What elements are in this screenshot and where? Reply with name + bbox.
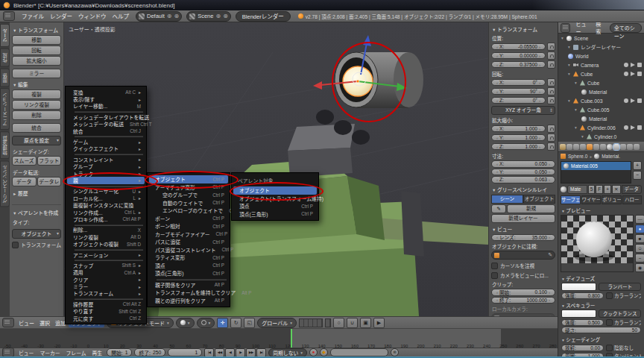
preview-monkey-button[interactable]: ☺ <box>635 244 644 253</box>
menu-item[interactable]: 元に戻す Ctrl Z <box>66 315 146 321</box>
diffuse-panel-header[interactable]: ディフューズ <box>561 274 644 282</box>
operator-panel-header[interactable]: ペアレントを作成 <box>13 209 61 216</box>
menu-item[interactable]: 自動のウェイトで Ctrl P <box>148 199 230 207</box>
scale-field[interactable]: Y:1.000 <box>491 134 546 142</box>
gp-scene-button[interactable]: シーン <box>491 195 523 204</box>
menu-item[interactable]: 親との逆行列をクリア Alt P <box>148 297 230 305</box>
menu-item[interactable]: 操作履歴 Ctrl Alt Z <box>66 301 146 307</box>
outliner-row[interactable]: ▾ Cylinder.0 <box>558 132 644 141</box>
lock-icon[interactable] <box>547 60 555 69</box>
toolshelf-tab[interactable]: 作成 <box>0 48 10 67</box>
scale-field[interactable]: X:1.000 <box>491 125 546 133</box>
timeline-menu-item[interactable]: 再生 <box>90 349 105 357</box>
outliner-row[interactable]: ▾ Cube <box>558 69 644 78</box>
new-material-button[interactable]: + <box>604 185 611 194</box>
tool-button[interactable]: 拡大縮小 <box>12 56 61 66</box>
visibility-icon[interactable] <box>624 98 628 103</box>
lock-camera-checkbox[interactable] <box>491 272 498 279</box>
menu-item[interactable]: オブジェクト Ctrl P <box>149 175 228 183</box>
outliner-row[interactable]: ▾ Cylinder.006 <box>558 123 644 132</box>
visibility-icon[interactable] <box>624 72 628 76</box>
toolshelf-tab[interactable]: グリースペンシル <box>0 160 10 207</box>
texture-icon[interactable] <box>620 144 626 150</box>
preview-flat-button[interactable]: — <box>635 215 644 224</box>
menu-item[interactable]: オブジェクトの複製 Shift D <box>66 240 146 247</box>
preview-cube-button[interactable]: ■ <box>635 234 644 243</box>
diffuse-color-swatch[interactable] <box>561 283 596 291</box>
material-name-field[interactable]: Mate <box>567 185 587 194</box>
toolshelf-tab[interactable]: アニメーション <box>0 88 10 130</box>
menu-item[interactable]: トラック ▸ <box>66 170 146 177</box>
toolshelf-tab[interactable]: 物理演算 <box>0 131 10 159</box>
tool-button[interactable]: 移動 <box>12 35 61 45</box>
fake-user-button[interactable]: F <box>596 185 603 194</box>
material-slot-list[interactable]: Material.005 <box>561 161 631 183</box>
lock-to-scene-icon[interactable] <box>325 318 331 327</box>
toolshelf-tab[interactable]: 関係 <box>0 69 10 87</box>
sync-mode-dropdown[interactable]: 同期しない <box>268 348 307 357</box>
scale-field[interactable]: Z:1.000 <box>491 143 546 151</box>
outliner-row[interactable]: ▾ Cube <box>558 78 644 87</box>
shading-panel-header[interactable]: シェーディング <box>561 336 644 343</box>
menu-item[interactable]: スナップ Shift S ▸ <box>66 262 146 268</box>
selectability-icon[interactable] <box>631 63 635 67</box>
renderability-icon[interactable] <box>637 63 642 67</box>
shade-flat-button[interactable]: フラット <box>37 156 62 166</box>
shade-smooth-button[interactable]: スムーズ <box>12 156 37 166</box>
menu-item[interactable]: トランスフォームを維持してクリア Alt P <box>148 289 230 297</box>
menu-item[interactable]: シングルユーザー化 U ▸ <box>66 188 146 195</box>
gp-draw-icon[interactable]: ✎ <box>491 204 506 213</box>
viewport-shading-dropdown[interactable] <box>176 318 195 328</box>
menu-item[interactable]: メッシュデータレイアウトを転送 <box>66 113 146 120</box>
object-data-icon[interactable] <box>607 144 613 150</box>
material-type-tab[interactable]: ワイヤー <box>581 195 602 204</box>
tool-button[interactable]: リンク複製 <box>12 100 61 110</box>
clip-start-field[interactable]: 開始:0.100 <box>491 289 555 296</box>
menu-item[interactable]: 削除... X <box>66 227 146 233</box>
lock-icon[interactable] <box>547 43 555 51</box>
outliner-row[interactable]: ▾ Cube.003 <box>558 96 644 105</box>
menu-item[interactable]: リンク複製 Alt D <box>66 233 146 240</box>
selectability-icon[interactable] <box>631 125 635 130</box>
menubar-item[interactable]: ヘルプ <box>110 12 132 20</box>
add-scene-icon[interactable]: ⊕ <box>215 13 221 19</box>
outliner-filter-dropdown[interactable]: 全てのシーン <box>610 23 642 33</box>
expand-icon[interactable]: ▾ <box>575 81 578 85</box>
rotation-field[interactable]: Z:0° <box>491 97 546 104</box>
play-button[interactable]: ▶ <box>236 348 245 357</box>
menu-item[interactable]: クイックエフェクト ▸ <box>66 145 146 152</box>
gp-new-button[interactable]: 新規 <box>507 204 555 213</box>
menu-item[interactable]: クリア ▸ <box>66 276 146 283</box>
specular-panel-header[interactable]: スペキュラー <box>561 301 644 309</box>
outliner-row[interactable]: Material <box>558 114 644 123</box>
rotation-field[interactable]: X:0° <box>491 79 546 87</box>
location-field[interactable]: X:-0.05500 <box>491 43 546 51</box>
physics-icon[interactable] <box>634 144 640 150</box>
menu-item[interactable]: 親 ▸ <box>67 177 145 183</box>
timeline-menu-item[interactable]: ビュー <box>16 349 36 357</box>
menu-item[interactable]: エンベロープのウェイトで Ctrl P <box>148 207 230 215</box>
scene-icon[interactable] <box>580 144 586 150</box>
location-field[interactable]: Z:0.37500 <box>491 61 546 69</box>
editor-type-button[interactable] <box>2 318 14 327</box>
menu-item[interactable]: 適用 Ctrl A ▸ <box>66 269 146 276</box>
menu-item[interactable]: アーマチュア変形 Ctrl P <box>148 183 230 192</box>
expand-icon[interactable]: ▾ <box>568 72 572 76</box>
material-type-tab[interactable]: ハロー <box>622 195 643 204</box>
current-frame-marker[interactable] <box>291 329 292 348</box>
lock-object-field[interactable]: ✎ <box>491 251 555 260</box>
renderability-icon[interactable] <box>637 72 642 76</box>
timeline-menu-item[interactable]: フレーム <box>64 349 89 357</box>
active-keying-set-field[interactable] <box>330 348 388 357</box>
render-layers-icon[interactable] <box>573 144 579 150</box>
render-opengl-button[interactable]: ▣ <box>360 318 371 328</box>
specular-ramp-checkbox[interactable] <box>606 319 613 326</box>
lock-icon[interactable] <box>547 134 555 142</box>
menu-item[interactable]: パス追従コンストレイント Ctrl P <box>148 246 230 254</box>
modifiers-icon[interactable] <box>600 144 606 150</box>
dimension-field[interactable]: X:0.050 <box>491 160 555 168</box>
timeline[interactable]: -50-40-30-20-100102030405060708090100110… <box>0 328 558 348</box>
world-icon[interactable] <box>587 144 593 150</box>
auto-keyframe-record-button[interactable]: ● <box>309 348 318 357</box>
tool-button[interactable]: ミラー <box>12 69 61 78</box>
